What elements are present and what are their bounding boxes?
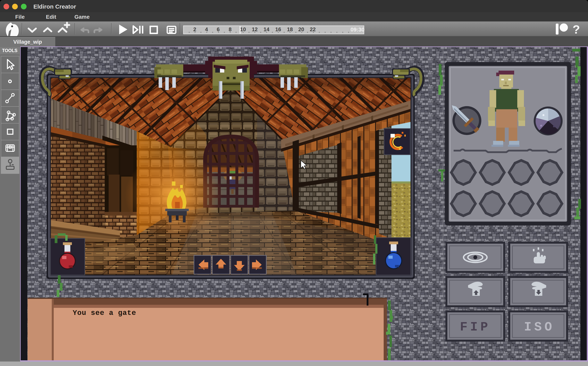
svg-text:4: 4	[205, 27, 208, 32]
svg-text:18: 18	[287, 27, 293, 32]
svg-text:8: 8	[229, 27, 231, 32]
svg-text:20: 20	[298, 27, 304, 32]
svg-text:14: 14	[263, 27, 269, 32]
svg-text:?: ?	[572, 23, 580, 36]
svg-text:FIP: FIP	[460, 320, 491, 334]
svg-text:12: 12	[252, 27, 258, 32]
svg-text:2: 2	[193, 27, 196, 32]
svg-text:09:30: 09:30	[350, 27, 365, 33]
svg-text:10: 10	[240, 27, 246, 32]
svg-text:16: 16	[275, 27, 281, 32]
svg-text:6: 6	[217, 27, 220, 32]
svg-text:You see a gate: You see a gate	[73, 309, 136, 317]
svg-text:22: 22	[310, 27, 316, 32]
svg-text:ISO: ISO	[524, 320, 555, 334]
